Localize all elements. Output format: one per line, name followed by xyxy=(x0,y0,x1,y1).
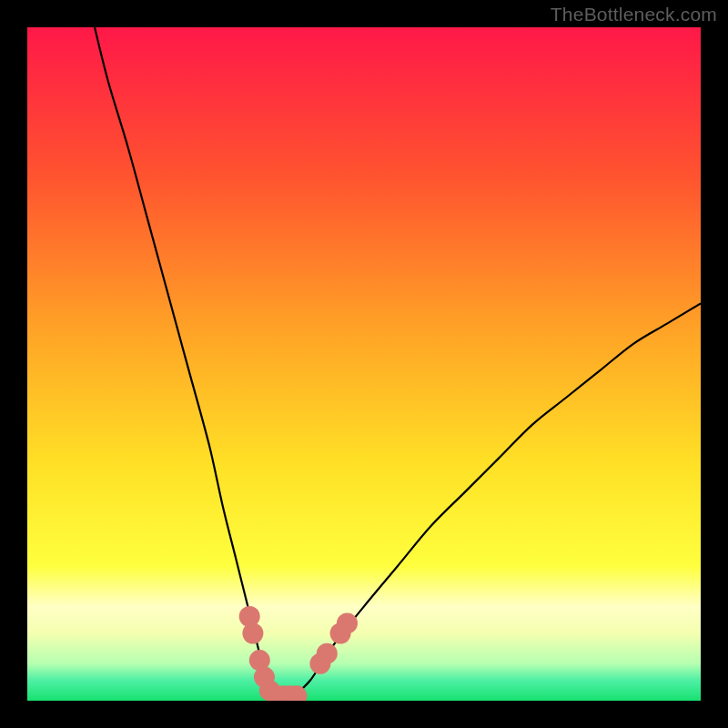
plot-area xyxy=(27,27,701,701)
data-marker xyxy=(242,623,263,644)
watermark-label: TheBottleneck.com xyxy=(551,4,717,25)
data-markers xyxy=(239,606,358,701)
data-marker xyxy=(337,612,358,633)
curve-layer xyxy=(27,27,701,701)
bottleneck-curve xyxy=(95,27,701,701)
data-marker xyxy=(317,643,338,664)
chart-frame: TheBottleneck.com xyxy=(0,0,728,728)
